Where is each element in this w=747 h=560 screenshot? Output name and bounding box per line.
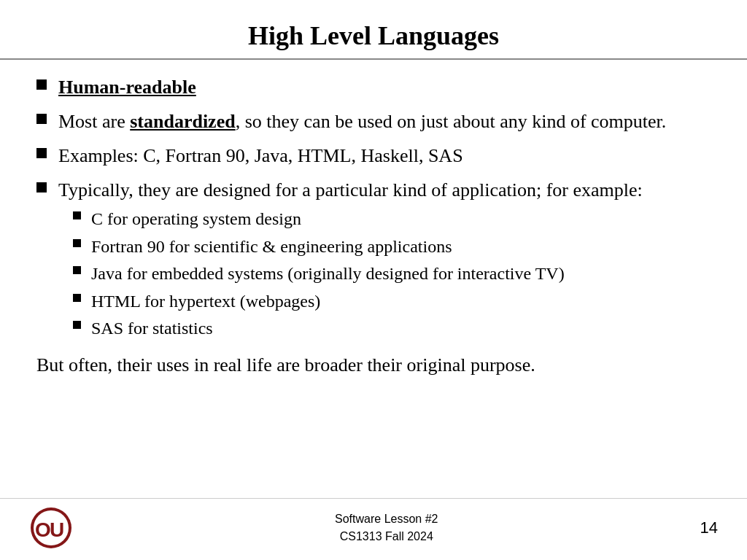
bullet-icon-1 [36, 79, 47, 90]
sub-bullet-c: C for operating system design [73, 207, 565, 230]
sub-bullet-icon-2 [73, 239, 81, 247]
slide: High Level Languages Human-readable Most… [0, 0, 747, 560]
bullet-icon-2 [36, 114, 47, 124]
sub-bullet-text-4: HTML for hypertext (webpages) [91, 289, 565, 313]
sub-bullet-fortran: Fortran 90 for scientific & engineering … [73, 235, 565, 258]
standardized-text: standardized [130, 111, 235, 132]
ou-logo: O U [29, 506, 73, 550]
sub-bullet-text-1: C for operating system design [91, 207, 565, 230]
bullet-text-2: Most are standardized, so they can be us… [58, 109, 711, 134]
sub-bullet-icon-5 [73, 321, 81, 329]
sub-bullet-icon-1 [73, 211, 81, 219]
bullet-icon-4 [36, 182, 47, 192]
bullet-examples: Examples: C, Fortran 90, Java, HTML, Has… [36, 143, 711, 168]
svg-text:O: O [35, 518, 51, 541]
bullet-icon-3 [36, 148, 47, 158]
closing-text: But often, their uses in real life are b… [36, 352, 711, 378]
bullet-text-3: Examples: C, Fortran 90, Java, HTML, Has… [58, 143, 711, 168]
bullet-typically: Typically, they are designed for a parti… [36, 177, 711, 343]
bullet-text-4: Typically, they are designed for a parti… [58, 177, 643, 203]
sub-bullet-text-5: SAS for statistics [91, 316, 565, 340]
slide-footer: O U Software Lesson #2 CS1313 Fall 2024 … [0, 498, 747, 560]
sub-bullet-text-2: Fortran 90 for scientific & engineering … [91, 235, 565, 258]
sub-bullet-java: Java for embedded systems (originally de… [73, 262, 565, 285]
slide-content: Human-readable Most are standardized, so… [0, 67, 747, 498]
sub-bullet-sas: SAS for statistics [73, 316, 565, 340]
sub-bullet-text-3: Java for embedded systems (originally de… [91, 262, 565, 285]
sub-bullet-list: C for operating system design Fortran 90… [73, 207, 565, 343]
human-readable-text: Human-readable [58, 77, 196, 98]
bullet-standardized: Most are standardized, so they can be us… [36, 109, 711, 134]
sub-bullet-icon-4 [73, 294, 81, 302]
bullet-text-1: Human-readable [58, 74, 711, 100]
slide-title: High Level Languages [29, 20, 718, 51]
slide-header: High Level Languages [0, 0, 747, 60]
footer-center: Software Lesson #2 CS1313 Fall 2024 [335, 510, 438, 545]
sub-bullet-html: HTML for hypertext (webpages) [73, 289, 565, 313]
main-bullet-list: Human-readable Most are standardized, so… [36, 74, 711, 343]
footer-course: CS1313 Fall 2024 [335, 528, 438, 545]
sub-bullet-icon-3 [73, 266, 81, 274]
svg-text:U: U [50, 518, 64, 541]
bullet-human-readable: Human-readable [36, 74, 711, 100]
footer-lesson: Software Lesson #2 [335, 510, 438, 528]
footer-page-number: 14 [700, 518, 718, 537]
